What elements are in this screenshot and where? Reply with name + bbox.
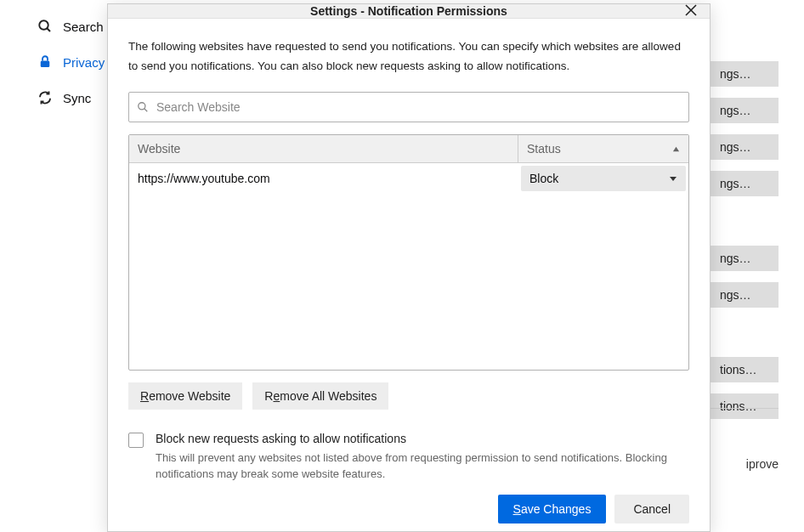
bg-settings-button[interactable]: ngs… xyxy=(708,282,779,308)
bg-text-fragment: iprove xyxy=(746,457,779,471)
block-new-requests-description: This will prevent any websites not liste… xyxy=(156,450,689,483)
background-buttons: ngs… ngs… ngs… ngs… ngs… ngs… tions… tio… xyxy=(708,55,779,424)
chevron-down-icon xyxy=(669,172,677,185)
status-value: Block xyxy=(529,172,558,185)
remove-all-websites-button[interactable]: Remove All Websites xyxy=(252,382,388,410)
bg-exceptions-button[interactable]: tions… xyxy=(708,393,779,419)
table-header: Website Status xyxy=(129,135,688,163)
close-button[interactable] xyxy=(681,1,701,21)
remove-actions: Remove Website Remove All Websites xyxy=(128,382,689,410)
block-new-requests-checkbox[interactable] xyxy=(128,433,144,448)
dialog-title: Settings - Notification Permissions xyxy=(310,4,507,18)
search-icon xyxy=(37,19,53,34)
notification-permissions-dialog: Settings - Notification Permissions The … xyxy=(107,3,711,532)
svg-rect-2 xyxy=(41,61,50,68)
dialog-description: The following websites have requested to… xyxy=(128,37,689,76)
sidebar-item-label: Privacy xyxy=(63,55,105,70)
svg-point-5 xyxy=(139,103,145,110)
cancel-button[interactable]: Cancel xyxy=(614,495,689,524)
website-cell: https://www.youtube.com xyxy=(129,163,518,194)
dialog-header: Settings - Notification Permissions xyxy=(108,4,710,19)
svg-marker-7 xyxy=(673,147,679,151)
bg-settings-button[interactable]: ngs… xyxy=(708,98,779,123)
sync-icon xyxy=(37,90,53,105)
svg-line-1 xyxy=(47,28,50,31)
svg-line-6 xyxy=(144,109,148,112)
svg-marker-8 xyxy=(670,177,677,181)
search-website-wrap xyxy=(128,92,689,122)
close-icon xyxy=(685,4,697,19)
sidebar-item-label: Search xyxy=(63,20,104,34)
bg-settings-button[interactable]: ngs… xyxy=(708,61,779,87)
sort-ascending-icon xyxy=(672,142,680,156)
svg-point-0 xyxy=(39,20,48,30)
dialog-footer: Save Changes Cancel xyxy=(128,495,689,524)
dialog-body: The following websites have requested to… xyxy=(108,19,710,532)
block-new-requests-label: Block new requests asking to allow notif… xyxy=(156,432,689,445)
table-row[interactable]: https://www.youtube.com Block xyxy=(129,163,688,194)
save-changes-button[interactable]: Save Changes xyxy=(498,495,607,524)
lock-icon xyxy=(37,54,53,70)
bg-settings-button[interactable]: ngs… xyxy=(708,134,779,160)
search-website-input[interactable] xyxy=(128,92,689,122)
column-header-website[interactable]: Website xyxy=(129,135,518,162)
search-icon xyxy=(137,101,149,113)
bg-settings-button[interactable]: ngs… xyxy=(708,246,779,271)
block-new-requests-section: Block new requests asking to allow notif… xyxy=(128,432,689,483)
status-dropdown[interactable]: Block xyxy=(521,166,686,191)
column-header-status[interactable]: Status xyxy=(518,135,688,162)
remove-website-button[interactable]: Remove Website xyxy=(128,382,242,410)
bg-settings-button[interactable]: ngs… xyxy=(708,171,779,196)
bg-exceptions-button[interactable]: tions… xyxy=(708,357,779,382)
permissions-table: Website Status https://www.youtube.com B… xyxy=(128,134,689,371)
sidebar-item-label: Sync xyxy=(63,91,91,105)
